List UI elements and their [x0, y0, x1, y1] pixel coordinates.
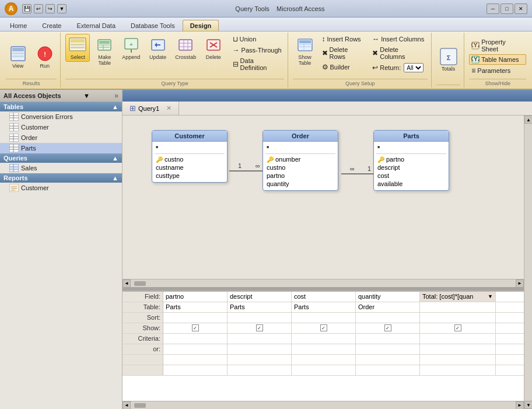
sort-cell-1[interactable]: [228, 313, 292, 323]
table-cell-2[interactable]: Parts: [292, 302, 356, 312]
sort-cell-0[interactable]: [163, 313, 228, 323]
totals-button[interactable]: Σ Totals: [436, 46, 461, 74]
field-cell-empty-0[interactable]: [496, 292, 524, 302]
hscroll-track[interactable]: [132, 281, 514, 286]
nav-collapse-icon[interactable]: »: [114, 92, 118, 100]
hscroll-left-btn[interactable]: ◄: [123, 279, 131, 288]
vscroll-down-btn[interactable]: ▼: [524, 401, 532, 409]
extra-cell-2-empty[interactable]: [496, 365, 524, 375]
show-check-2[interactable]: ✓: [320, 324, 327, 331]
view-button[interactable]: View: [6, 43, 30, 71]
make-table-button[interactable]: MakeTable: [92, 34, 117, 68]
show-cell-0[interactable]: ✓: [163, 323, 228, 333]
table-cell-0[interactable]: Parts: [163, 302, 228, 312]
nav-header[interactable]: All Access Objects ▼ »: [0, 90, 122, 102]
show-check-1[interactable]: ✓: [256, 324, 263, 331]
or-cell-0[interactable]: [163, 344, 228, 354]
field-cell-1[interactable]: descript: [228, 292, 292, 302]
order-table-box[interactable]: Order * 🔑 onumber custno: [262, 130, 338, 191]
data-definition-button[interactable]: ⊟ Data Definition: [230, 56, 284, 72]
table-names-button[interactable]: XYZ Table Names: [469, 54, 526, 65]
window-controls[interactable]: ─ □ ✕: [487, 4, 527, 14]
nav-item-sales[interactable]: Sales: [0, 163, 122, 173]
sort-cell-empty-0[interactable]: [496, 313, 524, 323]
sort-cell-4[interactable]: [420, 313, 496, 323]
nav-item-order[interactable]: Order: [0, 132, 122, 143]
extra-cell-2-1[interactable]: [228, 365, 292, 375]
extra-cell-2-2[interactable]: [292, 365, 356, 375]
delete-columns-button[interactable]: ✖ Delete Columns: [370, 45, 427, 61]
vscroll-up-btn[interactable]: ▲: [524, 116, 532, 124]
show-cell-2[interactable]: ✓: [292, 323, 356, 333]
nav-item-conversion-errors[interactable]: Conversion Errors: [0, 111, 122, 122]
criteria-cell-1[interactable]: [228, 334, 292, 344]
delete-button[interactable]: Delete: [201, 34, 226, 62]
insert-columns-button[interactable]: ↔ Insert Columns: [370, 34, 427, 44]
append-button[interactable]: + Append: [119, 34, 144, 62]
insert-rows-button[interactable]: ↕ Insert Rows: [320, 34, 368, 44]
field-cell-4-dropdown[interactable]: ▼: [488, 293, 493, 299]
show-check-3[interactable]: ✓: [384, 324, 391, 331]
tab-database-tools[interactable]: Database Tools: [123, 20, 183, 31]
extra-cell-1-0[interactable]: [163, 355, 228, 365]
vertical-scrollbar[interactable]: ▲ ▼: [524, 116, 532, 409]
criteria-cell-2[interactable]: [292, 334, 356, 344]
show-cell-3[interactable]: ✓: [356, 323, 420, 333]
grid-hscroll-left[interactable]: ◄: [123, 401, 131, 410]
criteria-cell-empty-0[interactable]: [496, 334, 524, 344]
more-btn[interactable]: ▼: [57, 4, 66, 13]
show-cell-4[interactable]: ✓: [420, 323, 496, 333]
parts-table-box[interactable]: Parts * 🔑 partno descript: [373, 130, 449, 191]
parameters-button[interactable]: ≡ Parameters: [469, 65, 526, 76]
maximize-btn[interactable]: □: [501, 4, 513, 14]
diagram-area[interactable]: 1 ∞ ∞ 1 Customer *: [123, 116, 524, 279]
table-cell-3[interactable]: Order: [356, 302, 420, 312]
tab-create[interactable]: Create: [34, 20, 69, 31]
extra-cell-1-2[interactable]: [292, 355, 356, 365]
show-cell-empty-0[interactable]: [496, 323, 524, 333]
show-table-button[interactable]: ShowTable: [293, 34, 317, 68]
return-select[interactable]: All: [404, 63, 424, 72]
customer-table-box[interactable]: Customer * 🔑 custno custname: [152, 130, 228, 183]
minimize-btn[interactable]: ─: [487, 4, 499, 14]
criteria-cell-3[interactable]: [356, 334, 420, 344]
nav-item-customer[interactable]: Customer: [0, 122, 122, 132]
extra-cell-1-3[interactable]: [356, 355, 420, 365]
show-check-4[interactable]: ✓: [454, 324, 461, 331]
nav-section-reports[interactable]: Reports ▲: [0, 173, 122, 183]
extra-cell-1-empty[interactable]: [496, 355, 524, 365]
extra-cell-2-3[interactable]: [356, 365, 420, 375]
sort-cell-3[interactable]: [356, 313, 420, 323]
tab-design[interactable]: Design: [183, 20, 219, 31]
property-sheet-button[interactable]: XYZ Property Sheet: [469, 37, 526, 54]
tab-home[interactable]: Home: [2, 20, 34, 31]
show-check-0[interactable]: ✓: [192, 324, 199, 331]
or-cell-2[interactable]: [292, 344, 356, 354]
select-button[interactable]: Select: [65, 34, 90, 62]
update-button[interactable]: Update: [146, 34, 170, 62]
delete-rows-button[interactable]: ✖ Delete Rows: [320, 45, 368, 61]
grid-hscroll-track[interactable]: [132, 403, 514, 408]
close-btn[interactable]: ✕: [514, 4, 527, 14]
extra-cell-1-4[interactable]: [420, 355, 496, 365]
criteria-cell-0[interactable]: [163, 334, 228, 344]
or-cell-4[interactable]: [420, 344, 496, 354]
builder-button[interactable]: ⚙ Builder: [320, 62, 368, 72]
query1-tab[interactable]: ⊞ Query1 ✕: [123, 102, 179, 115]
diagram-hscroll[interactable]: ◄ ►: [123, 279, 524, 287]
undo-btn[interactable]: ↩: [34, 4, 43, 13]
extra-cell-2-0[interactable]: [163, 365, 228, 375]
table-cell-4[interactable]: [420, 302, 496, 312]
tab-external-data[interactable]: External Data: [69, 20, 123, 31]
query-tab-close[interactable]: ✕: [166, 104, 172, 112]
save-btn[interactable]: 💾: [22, 4, 32, 13]
field-cell-2[interactable]: cost: [292, 292, 356, 302]
union-button[interactable]: ⊔ Union: [230, 34, 284, 44]
table-cell-empty-0[interactable]: [496, 302, 524, 312]
or-cell-1[interactable]: [228, 344, 292, 354]
criteria-cell-4[interactable]: [420, 334, 496, 344]
hscroll-right-btn[interactable]: ►: [516, 279, 524, 288]
grid-hscroll-right[interactable]: ►: [516, 401, 524, 410]
pass-through-button[interactable]: → Pass-Through: [230, 45, 284, 55]
extra-cell-1-1[interactable]: [228, 355, 292, 365]
